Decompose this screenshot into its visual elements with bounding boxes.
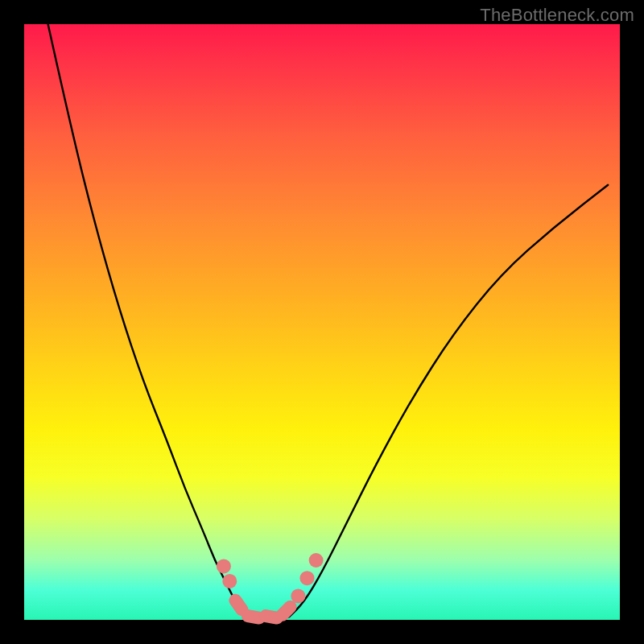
bottleneck-curve [24, 24, 620, 620]
plot-area [24, 24, 620, 620]
watermark-text: TheBottleneck.com [480, 5, 634, 26]
bead-marker [300, 571, 315, 585]
bead-marker [309, 553, 324, 568]
bead-marker [217, 559, 231, 573]
bead-marker [222, 574, 237, 588]
bead-marker [291, 588, 305, 603]
curve-path [48, 24, 609, 620]
chart-frame: TheBottleneck.com [0, 0, 644, 644]
